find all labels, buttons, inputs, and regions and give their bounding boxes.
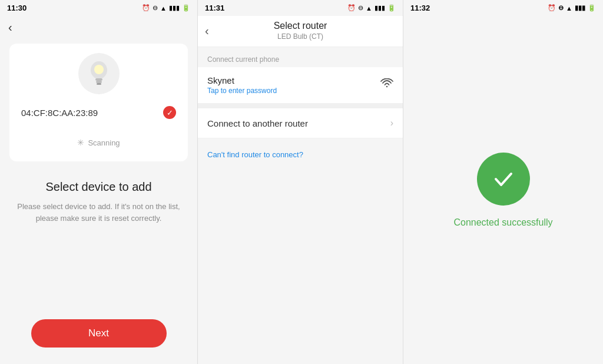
time-panel3: 11:32: [410, 4, 430, 12]
wifi-tap-label[interactable]: Tap to enter password: [207, 87, 277, 95]
back-button-panel1[interactable]: ‹: [0, 16, 197, 39]
panel1-bottom: Select device to add Please select devic…: [0, 166, 197, 319]
router-header-subtitle: LED Bulb (CT): [274, 32, 327, 41]
back-button-panel2[interactable]: ‹: [205, 24, 209, 38]
battery-icon-p3: 🔋: [588, 4, 596, 12]
minus-circle-icon-p2: ⊖: [358, 4, 363, 12]
scanning-label: Scanning: [88, 138, 120, 147]
next-button[interactable]: Next: [31, 319, 167, 348]
wifi-network-row[interactable]: Skynet Tap to enter password: [198, 67, 403, 104]
signal-icon: ▮▮▮: [169, 4, 180, 12]
router-header: ‹ Select router LED Bulb (CT): [198, 16, 403, 47]
section-label: Connect current phone: [198, 47, 403, 67]
another-router-label: Connect to another router: [207, 118, 308, 128]
time-panel1: 11:30: [7, 4, 26, 12]
scan-spinner-icon: ✳: [77, 138, 84, 147]
success-text: Connected successfully: [453, 217, 552, 228]
check-icon: ✓: [163, 106, 176, 119]
device-mac: 04:CF:8C:AA:23:89: [21, 108, 98, 118]
minus-circle-icon: ⊖: [153, 4, 158, 12]
select-device-title: Select device to add: [45, 180, 151, 194]
bulb-icon: [78, 53, 120, 94]
success-check-circle: [477, 153, 530, 206]
svg-rect-3: [97, 83, 101, 85]
svg-rect-2: [96, 81, 102, 83]
status-icons-panel2: ⏰ ⊖ ▲ ▮▮▮ 🔋: [347, 4, 396, 12]
another-router-row[interactable]: Connect to another router ›: [198, 108, 403, 138]
divider1: [198, 104, 403, 108]
chevron-icon: ›: [390, 118, 393, 128]
alarm-icon-p3: ⏰: [548, 4, 556, 12]
scanning-status: ✳ Scanning: [77, 131, 120, 152]
status-bar-panel3: 11:32 ⏰ ⊖ ▲ ▮▮▮ 🔋: [403, 0, 603, 16]
alarm-icon-p2: ⏰: [347, 4, 356, 12]
panel-select-device: 11:30 ⏰ ⊖ ▲ ▮▮▮ 🔋 ‹ 04:CF:8C:AA:23:89 ✓: [0, 0, 197, 364]
router-header-title: Select router: [274, 21, 327, 31]
status-icons-panel1: ⏰ ⊖ ▲ ▮▮▮ 🔋: [142, 4, 190, 12]
device-card: 04:CF:8C:AA:23:89 ✓ ✳ Scanning: [9, 44, 188, 161]
alarm-icon: ⏰: [142, 4, 150, 12]
wifi-status-icon-p3: ▲: [566, 5, 572, 12]
cant-find-link[interactable]: Can't find router to connect?: [198, 138, 403, 171]
minus-circle-icon-p3: ⊖: [558, 4, 564, 12]
svg-rect-1: [95, 78, 102, 81]
success-content: Connected successfully: [403, 16, 603, 364]
battery-icon-p2: 🔋: [387, 4, 396, 12]
status-bar-panel2: 11:31 ⏰ ⊖ ▲ ▮▮▮ 🔋: [198, 0, 403, 16]
svg-point-4: [94, 65, 104, 74]
battery-icon: 🔋: [182, 4, 190, 12]
select-device-desc: Please select device to add. If it's not…: [14, 201, 183, 224]
wifi-status-icon: ▲: [160, 5, 167, 12]
panel-connected: 11:32 ⏰ ⊖ ▲ ▮▮▮ 🔋 Connected successfully: [403, 0, 603, 364]
wifi-status-icon-p2: ▲: [366, 5, 372, 12]
device-row[interactable]: 04:CF:8C:AA:23:89 ✓: [19, 101, 178, 124]
signal-icon-p3: ▮▮▮: [575, 4, 585, 12]
panel-select-router: 11:31 ⏰ ⊖ ▲ ▮▮▮ 🔋 ‹ Select router LED Bu…: [197, 0, 403, 364]
status-bar-panel1: 11:30 ⏰ ⊖ ▲ ▮▮▮ 🔋: [0, 0, 197, 16]
time-panel2: 11:31: [205, 4, 224, 12]
wifi-network-name: Skynet: [207, 75, 277, 85]
signal-icon-p2: ▮▮▮: [375, 4, 385, 12]
status-icons-panel3: ⏰ ⊖ ▲ ▮▮▮ 🔋: [548, 4, 596, 12]
wifi-signal-icon: [380, 78, 393, 92]
